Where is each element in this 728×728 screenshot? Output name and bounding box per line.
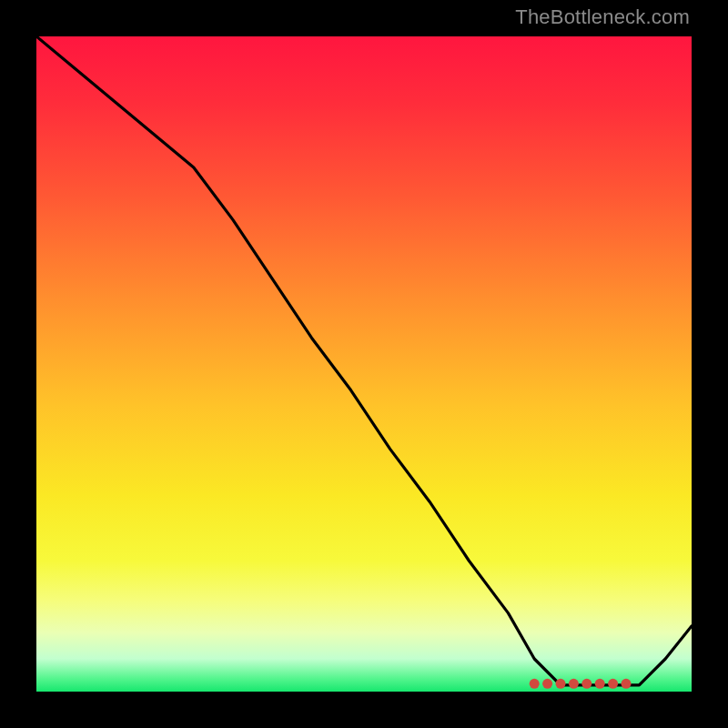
attribution-text: TheBottleneck.com [515, 5, 690, 29]
chart-frame: TheBottleneck.com [0, 0, 728, 728]
plot-gradient-background [36, 36, 692, 692]
